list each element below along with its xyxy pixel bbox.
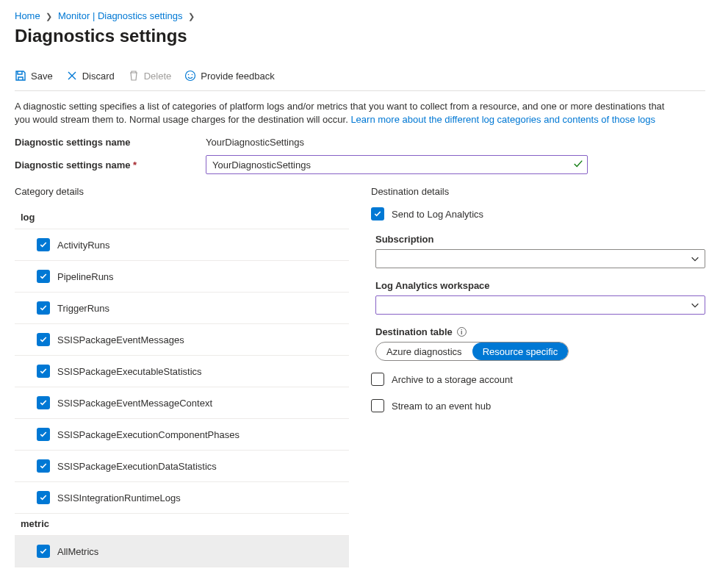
metric-label: AllMetrics: [57, 546, 98, 557]
description-text: A diagnostic setting specifies a list of…: [15, 100, 676, 126]
info-icon[interactable]: i: [457, 327, 467, 337]
category-details: Category details log ActivityRunsPipelin…: [15, 186, 349, 567]
pill-azure-diagnostics[interactable]: Azure diagnostics: [376, 343, 472, 360]
log-label: ActivityRuns: [57, 240, 110, 251]
log-row: SSISPackageEventMessageContext: [15, 387, 349, 419]
name-input[interactable]: [206, 155, 588, 174]
delete-button: Delete: [128, 70, 172, 82]
metric-row: AllMetrics: [15, 536, 349, 567]
log-checkbox[interactable]: [37, 459, 50, 473]
chevron-down-icon: [690, 254, 700, 266]
workspace-select[interactable]: [375, 295, 705, 315]
log-label: PipelineRuns: [57, 271, 114, 282]
category-header: Category details: [15, 186, 349, 197]
metric-checkbox[interactable]: [37, 545, 50, 558]
stream-row: Stream to an event hub: [371, 399, 705, 412]
breadcrumb: Home ❯ Monitor | Diagnostics settings ❯: [15, 10, 705, 21]
log-label: SSISPackageExecutionComponentPhases: [57, 429, 240, 440]
svg-point-0: [186, 71, 195, 81]
destination-header: Destination details: [371, 186, 705, 197]
send-log-analytics-checkbox[interactable]: [371, 207, 384, 220]
svg-point-2: [192, 74, 193, 76]
log-label: TriggerRuns: [57, 303, 109, 314]
log-checkbox[interactable]: [37, 333, 50, 346]
log-checkbox[interactable]: [37, 270, 50, 283]
learn-more-link[interactable]: Learn more about the different log categ…: [350, 114, 655, 125]
log-row: ActivityRuns: [15, 229, 349, 261]
log-row: SSISPackageEventMessages: [15, 324, 349, 356]
save-label: Save: [31, 71, 53, 82]
log-label: SSISPackageExecutableStatistics: [57, 366, 202, 377]
archive-row: Archive to a storage account: [371, 373, 705, 386]
log-checkbox[interactable]: [37, 428, 50, 441]
discard-button[interactable]: Discard: [66, 70, 115, 82]
log-row: TriggerRuns: [15, 293, 349, 324]
breadcrumb-home[interactable]: Home: [15, 10, 40, 21]
save-button[interactable]: Save: [15, 70, 53, 82]
log-row: PipelineRuns: [15, 261, 349, 293]
workspace-label: Log Analytics workspace: [375, 280, 705, 291]
log-label: SSISPackageExecutionDataStatistics: [57, 461, 217, 472]
subscription-label: Subscription: [375, 234, 705, 245]
save-icon: [15, 70, 26, 82]
log-row: SSISPackageExecutionDataStatistics: [15, 451, 349, 482]
feedback-button[interactable]: Provide feedback: [184, 70, 274, 82]
toolbar: Save Discard Delete Provide feedback: [15, 65, 705, 91]
required-asterisk: *: [133, 159, 137, 171]
svg-point-1: [188, 74, 190, 76]
log-checkbox[interactable]: [37, 491, 50, 504]
subscription-select[interactable]: [375, 249, 705, 268]
log-checkbox[interactable]: [37, 365, 50, 378]
pill-resource-specific[interactable]: Resource specific: [472, 343, 569, 360]
page-title: Diagnostics settings: [15, 26, 705, 46]
checkmark-icon: [573, 159, 583, 171]
close-icon: [66, 70, 78, 82]
smile-icon: [184, 70, 196, 82]
archive-label: Archive to a storage account: [392, 374, 513, 385]
destination-table-toggle: Azure diagnostics Resource specific: [375, 342, 569, 361]
discard-label: Discard: [82, 71, 115, 82]
log-header: log: [15, 207, 349, 229]
name-display-value: YourDiagnosticSettings: [206, 137, 304, 148]
chevron-right-icon: ❯: [185, 12, 198, 21]
feedback-label: Provide feedback: [201, 71, 274, 82]
destination-details: Destination details Send to Log Analytic…: [371, 186, 705, 567]
destination-table-text: Destination table: [375, 326, 453, 337]
log-row: SSISPackageExecutionComponentPhases: [15, 419, 349, 451]
name-input-label: Diagnostic settings name *: [15, 159, 206, 171]
trash-icon: [128, 70, 140, 82]
metric-header: metric: [15, 514, 349, 536]
log-row: SSISIntegrationRuntimeLogs: [15, 482, 349, 514]
log-label: SSISPackageEventMessageContext: [57, 398, 212, 409]
log-label: SSISPackageEventMessages: [57, 334, 184, 345]
breadcrumb-monitor[interactable]: Monitor | Diagnostics settings: [58, 10, 183, 21]
delete-label: Delete: [144, 71, 172, 82]
send-log-analytics-label: Send to Log Analytics: [392, 209, 483, 220]
name-input-row: Diagnostic settings name *: [15, 155, 705, 174]
log-row: SSISPackageExecutableStatistics: [15, 356, 349, 387]
log-checkbox[interactable]: [37, 301, 50, 315]
archive-checkbox[interactable]: [371, 373, 384, 386]
name-input-label-text: Diagnostic settings name: [15, 159, 130, 171]
send-log-analytics-row: Send to Log Analytics: [371, 207, 705, 220]
log-checkbox[interactable]: [37, 396, 50, 409]
chevron-down-icon: [690, 300, 700, 312]
chevron-right-icon: ❯: [43, 12, 55, 21]
log-checkbox[interactable]: [37, 238, 50, 251]
stream-checkbox[interactable]: [371, 399, 384, 412]
name-display-label: Diagnostic settings name: [15, 137, 206, 148]
stream-label: Stream to an event hub: [392, 401, 491, 412]
name-display-row: Diagnostic settings name YourDiagnosticS…: [15, 137, 705, 148]
destination-table-label: Destination table i: [375, 326, 705, 337]
log-label: SSISIntegrationRuntimeLogs: [57, 492, 181, 503]
